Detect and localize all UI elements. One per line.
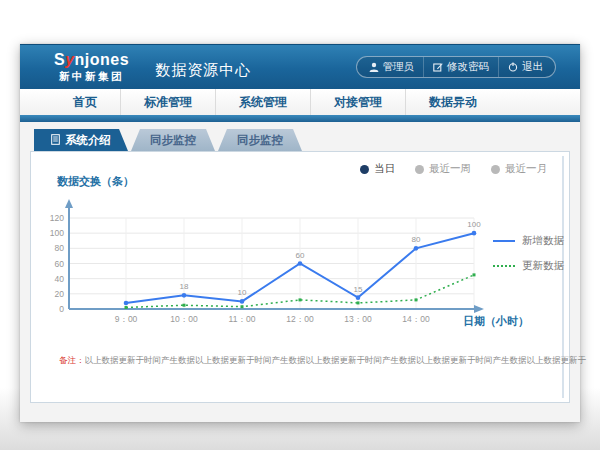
svg-text:20: 20	[55, 289, 65, 299]
svg-text:13：00: 13：00	[344, 314, 372, 324]
legend-item-update-data: 更新数据	[493, 259, 564, 273]
brand-name: Synjones	[54, 52, 129, 68]
user-account-button[interactable]: 管理员	[360, 57, 424, 77]
nav-divider-band	[20, 115, 580, 122]
page-title: 数据资源中心	[155, 61, 251, 80]
svg-text:9：00: 9：00	[115, 314, 138, 324]
footnote-prefix: 备注：	[59, 355, 85, 365]
change-password-button[interactable]: 修改密码	[423, 57, 498, 77]
svg-text:80: 80	[55, 243, 65, 253]
svg-text:10: 10	[238, 288, 247, 297]
svg-text:15: 15	[354, 285, 363, 294]
tab-sync-monitor-1[interactable]: 同步监控	[131, 129, 215, 151]
edit-icon	[433, 62, 443, 72]
time-filter-group: 当日 最近一周 最近一月	[360, 162, 547, 176]
nav-item-interface-mgmt[interactable]: 对接管理	[310, 89, 405, 115]
svg-text:0: 0	[59, 304, 64, 314]
x-axis-label: 日期（小时）	[463, 314, 529, 329]
tab-bar: 系统介绍 同步监控 同步监控	[34, 129, 580, 151]
app-header: Synjones 新中新集团 数据资源中心 管理员 修改密码 退出	[20, 44, 580, 89]
app-window: Synjones 新中新集团 数据资源中心 管理员 修改密码 退出 首页 标准管…	[20, 44, 580, 422]
nav-item-data-change[interactable]: 数据异动	[405, 89, 500, 115]
document-icon	[51, 134, 60, 147]
solid-line-icon	[493, 240, 515, 242]
svg-text:120: 120	[50, 213, 64, 223]
radio-dot-icon	[360, 165, 369, 174]
nav-item-system-mgmt[interactable]: 系统管理	[215, 89, 310, 115]
svg-text:10：00: 10：00	[170, 314, 198, 324]
chart-legend: 新增数据 更新数据	[493, 234, 564, 284]
radio-dot-icon	[491, 165, 500, 174]
brand-subtitle: 新中新集团	[54, 71, 129, 82]
radio-dot-icon	[415, 165, 424, 174]
main-nav: 首页 标准管理 系统管理 对接管理 数据异动	[20, 89, 580, 115]
radio-today[interactable]: 当日	[360, 162, 395, 176]
y-axis-label: 数据交换（条）	[57, 174, 134, 189]
svg-text:60: 60	[55, 259, 65, 269]
user-icon	[369, 62, 379, 72]
tab-sync-monitor-2[interactable]: 同步监控	[218, 129, 302, 151]
svg-text:100: 100	[467, 220, 481, 229]
radio-last-month[interactable]: 最近一月	[491, 162, 547, 176]
dotted-line-icon	[493, 265, 515, 267]
logo: Synjones 新中新集团	[54, 52, 129, 82]
svg-text:18: 18	[180, 282, 189, 291]
nav-item-standard-mgmt[interactable]: 标准管理	[120, 89, 215, 115]
footnote: 备注：以上数据更新于时间产生数据以上数据更新于时间产生数据以上数据更新于时间产生…	[59, 355, 586, 367]
svg-text:100: 100	[50, 228, 64, 238]
power-icon	[508, 62, 518, 72]
svg-text:40: 40	[55, 274, 65, 284]
radio-last-week[interactable]: 最近一周	[415, 162, 471, 176]
svg-text:11：00: 11：00	[229, 314, 256, 324]
chart-panel: 当日 最近一周 最近一月 数据交换（条） 0204060801001209：00…	[30, 151, 570, 403]
tab-system-intro[interactable]: 系统介绍	[34, 129, 128, 151]
logout-button[interactable]: 退出	[498, 57, 552, 77]
user-menu: 管理员 修改密码 退出	[356, 56, 557, 78]
svg-text:80: 80	[412, 235, 421, 244]
svg-text:60: 60	[296, 251, 305, 260]
line-chart: 0204060801001209：0010：0011：0012：0013：001…	[31, 196, 491, 328]
logo-accent: y	[65, 51, 74, 68]
svg-text:14：00: 14：00	[402, 314, 430, 324]
legend-item-new-data: 新增数据	[493, 234, 564, 248]
nav-item-home[interactable]: 首页	[50, 89, 120, 115]
svg-text:12：00: 12：00	[286, 314, 314, 324]
